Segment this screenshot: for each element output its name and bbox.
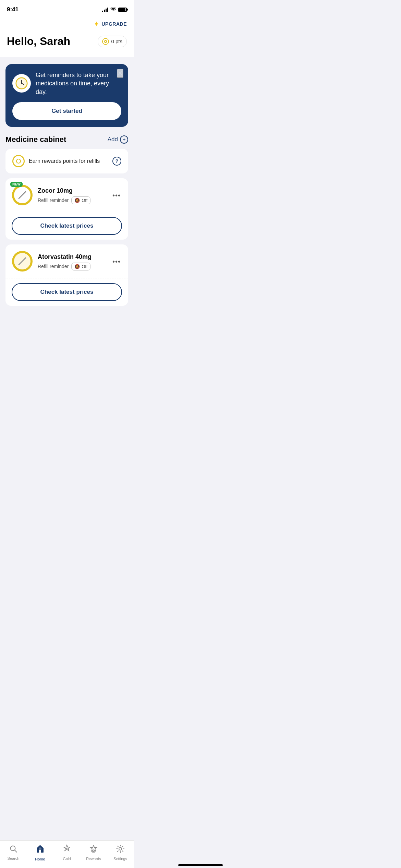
med-info-atorvastatin: Atorvastatin 40mg Refill reminder 🔕 Off — [38, 253, 106, 270]
refill-row-atorvastatin: Refill reminder 🔕 Off — [38, 263, 106, 270]
get-started-button[interactable]: Get started — [12, 102, 121, 120]
refill-label-atorvastatin: Refill reminder — [38, 264, 69, 269]
med-info-zocor: Zocor 10mg Refill reminder 🔕 Off — [38, 187, 106, 204]
refill-status-atorvastatin: Off — [82, 264, 87, 269]
medication-card-top-zocor: NEW Zocor 10mg Refill reminder 🔕 Off ••• — [5, 178, 128, 212]
top-section: ✦ UPGRADE Hello, Sarah 0 pts — [0, 17, 134, 57]
med-ring-wrap-atorvastatin — [12, 251, 33, 273]
reminder-text: Get reminders to take your medications o… — [36, 71, 121, 96]
wifi-icon — [110, 7, 116, 12]
bell-slash-icon-atorvastatin: 🔕 — [74, 264, 80, 269]
refill-status-zocor: Off — [82, 198, 87, 203]
medication-card-top-atorvastatin: Atorvastatin 40mg Refill reminder 🔕 Off … — [5, 244, 128, 278]
rewards-earn-card[interactable]: Earn rewards points for refills ? — [5, 149, 128, 173]
reminder-card: ✕ Get reminders to take your medications… — [5, 64, 128, 127]
upgrade-bar[interactable]: ✦ UPGRADE — [7, 17, 127, 32]
refill-row-zocor: Refill reminder 🔕 Off — [38, 196, 106, 204]
new-badge-zocor: NEW — [10, 182, 23, 187]
check-prices-button-zocor[interactable]: Check latest prices — [12, 217, 122, 235]
upgrade-label[interactable]: UPGRADE — [101, 21, 127, 27]
rewards-left: Earn rewards points for refills — [12, 155, 100, 167]
rewards-coin-icon — [12, 155, 25, 167]
help-icon[interactable]: ? — [112, 157, 121, 166]
reminder-top: Get reminders to take your medications o… — [12, 71, 121, 96]
add-circle-icon: + — [120, 135, 128, 144]
add-medication-button[interactable]: Add + — [108, 135, 128, 144]
refill-label-zocor: Refill reminder — [38, 197, 69, 203]
status-bar: 9:41 — [0, 0, 134, 17]
refill-badge-atorvastatin[interactable]: 🔕 Off — [71, 263, 90, 270]
reminder-clock-icon — [12, 74, 31, 93]
refill-badge-zocor[interactable]: 🔕 Off — [71, 196, 90, 204]
medication-card-zocor: NEW Zocor 10mg Refill reminder 🔕 Off ••• — [5, 178, 128, 240]
med-ring-wrap-zocor: NEW — [12, 184, 33, 207]
med-card-bottom-atorvastatin: Check latest prices — [5, 278, 128, 306]
rewards-card-text: Earn rewards points for refills — [29, 158, 100, 164]
more-options-button-zocor[interactable]: ••• — [111, 190, 122, 201]
points-coin-icon — [102, 38, 109, 45]
medication-card-atorvastatin: Atorvastatin 40mg Refill reminder 🔕 Off … — [5, 244, 128, 306]
greeting-title: Hello, Sarah — [7, 35, 70, 48]
signal-icon — [102, 7, 108, 12]
svg-point-3 — [21, 83, 22, 84]
svg-line-5 — [19, 192, 26, 198]
battery-icon — [118, 8, 127, 12]
hello-row: Hello, Sarah 0 pts — [7, 32, 127, 49]
check-prices-button-atorvastatin[interactable]: Check latest prices — [12, 283, 122, 301]
med-name-atorvastatin: Atorvastatin 40mg — [38, 253, 106, 261]
main-content: ✕ Get reminders to take your medications… — [0, 57, 134, 345]
status-icons — [102, 7, 127, 12]
bell-slash-icon-zocor: 🔕 — [74, 198, 80, 203]
upgrade-star-icon: ✦ — [94, 20, 99, 28]
reminder-close-button[interactable]: ✕ — [117, 69, 123, 78]
add-label: Add — [108, 136, 118, 143]
medicine-section-header: Medicine cabinet Add + — [5, 135, 128, 144]
med-card-bottom-zocor: Check latest prices — [5, 212, 128, 240]
more-options-button-atorvastatin[interactable]: ••• — [111, 256, 122, 267]
points-value: 0 pts — [111, 38, 122, 44]
status-time: 9:41 — [7, 6, 19, 13]
points-badge[interactable]: 0 pts — [98, 36, 127, 47]
medicine-cabinet-title: Medicine cabinet — [5, 135, 66, 144]
med-name-zocor: Zocor 10mg — [38, 187, 106, 194]
